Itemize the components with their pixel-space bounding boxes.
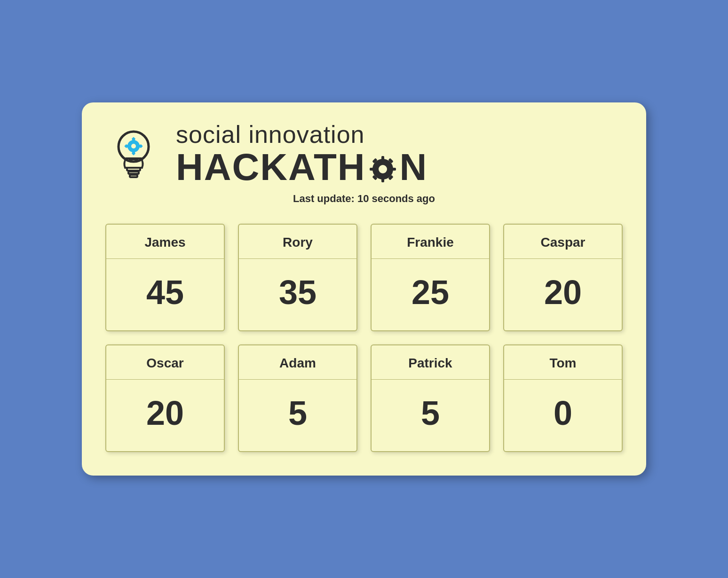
player-name: Patrick — [372, 345, 489, 380]
player-score: 5 — [372, 380, 489, 451]
header: social innovation HACKATH N — [105, 121, 623, 187]
svg-rect-18 — [381, 178, 384, 182]
title-bottom: HACKATH N — [176, 148, 427, 188]
player-card: Tom0 — [503, 344, 623, 452]
player-name: Rory — [239, 225, 356, 259]
svg-point-16 — [379, 165, 387, 173]
player-score: 20 — [106, 380, 224, 451]
player-score: 0 — [504, 380, 622, 451]
player-score: 35 — [239, 259, 356, 330]
main-card: social innovation HACKATH N Last update:… — [82, 102, 646, 475]
svg-rect-4 — [130, 175, 137, 177]
players-grid: James45Rory35Frankie25Caspar20Oscar20Ada… — [105, 224, 623, 452]
subtitle: Last update: 10 seconds ago — [105, 193, 623, 205]
player-name: James — [106, 225, 224, 259]
player-card: Frankie25 — [371, 224, 490, 331]
player-score: 45 — [106, 259, 224, 330]
player-card: Patrick5 — [371, 344, 490, 452]
player-name: Caspar — [504, 225, 622, 259]
title-block: social innovation HACKATH N — [176, 121, 427, 187]
svg-rect-3 — [128, 172, 139, 174]
svg-point-6 — [131, 144, 136, 148]
title-top: social innovation — [176, 121, 427, 148]
svg-rect-19 — [370, 168, 374, 171]
player-name: Oscar — [106, 345, 224, 380]
player-score: 20 — [504, 259, 622, 330]
player-card: Adam5 — [238, 344, 357, 452]
player-name: Frankie — [372, 225, 489, 259]
player-card: James45 — [105, 224, 225, 331]
player-score: 5 — [239, 380, 356, 451]
logo — [105, 125, 162, 184]
svg-rect-17 — [381, 156, 384, 161]
player-card: Rory35 — [238, 224, 357, 331]
player-name: Adam — [239, 345, 356, 380]
player-name: Tom — [504, 345, 622, 380]
svg-rect-2 — [127, 168, 140, 171]
player-score: 25 — [372, 259, 489, 330]
svg-rect-20 — [391, 168, 396, 171]
player-card: Oscar20 — [105, 344, 225, 452]
player-card: Caspar20 — [503, 224, 623, 331]
